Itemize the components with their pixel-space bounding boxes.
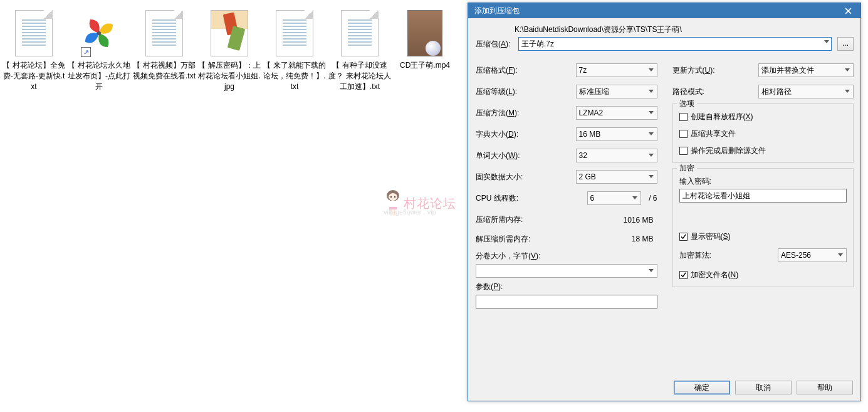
dialog-titlebar[interactable]: 添加到压缩包 (468, 3, 860, 18)
chevron-down-icon (845, 68, 850, 71)
shortcut-arrow-icon: ↗ (81, 47, 91, 57)
solid-label: 固实数据大小: (476, 172, 576, 182)
file-label: 【 村花论坛】全免费-无套路-更新快.txt (3, 60, 65, 92)
mem-compress-label: 压缩所需内存: (476, 214, 576, 225)
cancel-button[interactable]: 取消 (735, 381, 792, 394)
checkbox-icon (679, 147, 688, 155)
jpg-file-icon (207, 6, 251, 60)
split-label: 分卷大小，字节(V): (476, 251, 657, 261)
archive-label: 压缩包(A): (476, 39, 515, 50)
delete-checkbox[interactable]: 操作完成后删除源文件 (679, 145, 847, 156)
cpu-total: / 6 (645, 194, 657, 203)
format-label: 压缩格式(F): (476, 65, 576, 76)
update-label: 更新方式(U): (672, 65, 759, 76)
level-select[interactable]: 标准压缩 (576, 85, 657, 98)
file-item[interactable]: 【 村花论坛】全免费-无套路-更新快.txt (1, 4, 66, 94)
dialog-buttons: 确定 取消 帮助 (674, 381, 853, 394)
close-icon (845, 8, 852, 14)
svg-point-2 (389, 193, 397, 201)
chevron-down-icon (649, 175, 654, 178)
chevron-down-icon (649, 90, 654, 93)
file-item[interactable]: CD王子萌.mp4 (392, 4, 458, 94)
word-select[interactable]: 32 (576, 149, 657, 162)
file-label: 【 有种子却没速度？ 来村花论坛人工加速】.txt (328, 60, 391, 92)
cpu-select[interactable]: 6 (587, 191, 641, 205)
file-item[interactable]: 【 村花视频】万部视频免费在线看.txt (132, 4, 197, 94)
sfx-checkbox[interactable]: 创建自释放程序(X) (679, 112, 847, 122)
archive-path: K:\BaiduNetdiskDownload\资源分享\TS\TS王子萌\ (515, 24, 854, 35)
checkbox-icon (679, 233, 688, 241)
format-select[interactable]: 7z (576, 63, 657, 77)
solid-select[interactable]: 2 GB (576, 170, 657, 184)
chevron-down-icon (632, 196, 637, 199)
cpu-label: CPU 线程数: (476, 193, 587, 204)
encryption-title: 加密 (677, 163, 697, 174)
svg-point-0 (97, 31, 101, 35)
dict-label: 字典大小(D): (476, 129, 576, 140)
mem-decompress-value: 18 MB (576, 235, 657, 243)
param-label: 参数(P): (476, 282, 657, 292)
checkbox-icon (679, 113, 688, 121)
update-select[interactable]: 添加并替换文件 (758, 63, 854, 77)
file-item[interactable]: 【 解压密码】：上村花论坛看小姐姐.jpg (197, 4, 262, 94)
level-label: 压缩等级(L): (476, 87, 576, 97)
archive-name-input[interactable]: 王子萌.7z (518, 37, 832, 51)
chevron-down-icon (649, 154, 654, 157)
archive-name-value: 王子萌.7z (521, 40, 554, 48)
left-column: 压缩格式(F):7z 压缩等级(L):标准压缩 压缩方法(M):LZMA2 字典… (476, 60, 657, 309)
file-item[interactable]: 【 来了就能下载的论坛，纯免费！】.txt (262, 4, 327, 94)
split-input[interactable] (476, 264, 657, 278)
mem-compress-value: 1016 MB (576, 216, 657, 224)
chevron-down-icon (649, 111, 654, 114)
checkbox-icon (679, 130, 688, 138)
svg-point-4 (394, 196, 395, 198)
options-title: 选项 (677, 98, 697, 109)
file-label: CD王子萌.mp4 (400, 60, 450, 71)
help-button[interactable]: 帮助 (797, 381, 853, 394)
chevron-down-icon (845, 90, 850, 93)
right-column: 更新方式(U):添加并替换文件 路径模式:相对路径 选项 创建自释放程序(X) … (672, 60, 854, 309)
browse-button[interactable]: ... (837, 37, 854, 51)
chevron-down-icon (649, 269, 654, 272)
show-password-checkbox[interactable]: 显示密码(S) (679, 231, 847, 242)
chevron-down-icon (838, 253, 843, 256)
param-input[interactable] (476, 295, 657, 309)
algo-label: 加密算法: (679, 250, 778, 261)
dict-select[interactable]: 16 MB (576, 127, 657, 141)
dialog-title: 添加到压缩包 (474, 6, 839, 16)
watermark-url: villageflower . vip (384, 208, 436, 216)
mp4-file-icon (403, 6, 447, 60)
svg-point-3 (390, 196, 392, 198)
mem-decompress-label: 解压缩所需内存: (476, 234, 576, 245)
file-label: 【 解压密码】：上村花论坛看小姐姐.jpg (198, 60, 261, 92)
pathmode-label: 路径模式: (672, 87, 759, 97)
txt-file-icon (338, 6, 382, 60)
password-label: 输入密码: (679, 176, 847, 187)
password-input[interactable] (679, 189, 847, 203)
chevron-down-icon (824, 40, 829, 43)
txt-file-icon (142, 6, 186, 60)
file-label: 【 来了就能下载的论坛，纯免费！】.txt (263, 60, 326, 92)
algo-select[interactable]: AES-256 (778, 248, 847, 262)
txt-file-icon (273, 6, 316, 60)
method-select[interactable]: LZMA2 (576, 106, 657, 120)
pathmode-select[interactable]: 相对路径 (758, 85, 854, 98)
options-group: 选项 创建自释放程序(X) 压缩共享文件 操作完成后删除源文件 (672, 103, 854, 163)
file-label: 【 村花视频】万部视频免费在线看.txt (133, 60, 196, 82)
file-item[interactable]: 【 有种子却没速度？ 来村花论坛人工加速】.txt (327, 4, 392, 94)
method-label: 压缩方法(M): (476, 108, 576, 119)
share-checkbox[interactable]: 压缩共享文件 (679, 129, 847, 139)
txt-file-icon (12, 6, 56, 60)
chevron-down-icon (649, 68, 654, 71)
close-button[interactable] (839, 5, 857, 16)
file-item[interactable]: ↗ 【 村花论坛永久地址发布页】-点此打开 (66, 4, 132, 94)
ok-button[interactable]: 确定 (674, 381, 730, 394)
encrypt-names-checkbox[interactable]: 加密文件名(N) (679, 270, 847, 280)
chevron-down-icon (649, 132, 654, 135)
file-label: 【 村花论坛永久地址发布页】-点此打开 (68, 60, 130, 92)
checkbox-icon (679, 271, 688, 279)
word-label: 单词大小(W): (476, 151, 576, 161)
encryption-group: 加密 输入密码: 显示密码(S) 加密算法:AES-256 加密文件名(N) (672, 168, 854, 287)
add-to-archive-dialog: 添加到压缩包 K:\BaiduNetdiskDownload\资源分享\TS\T… (468, 3, 861, 401)
shortcut-icon: ↗ (77, 6, 121, 60)
